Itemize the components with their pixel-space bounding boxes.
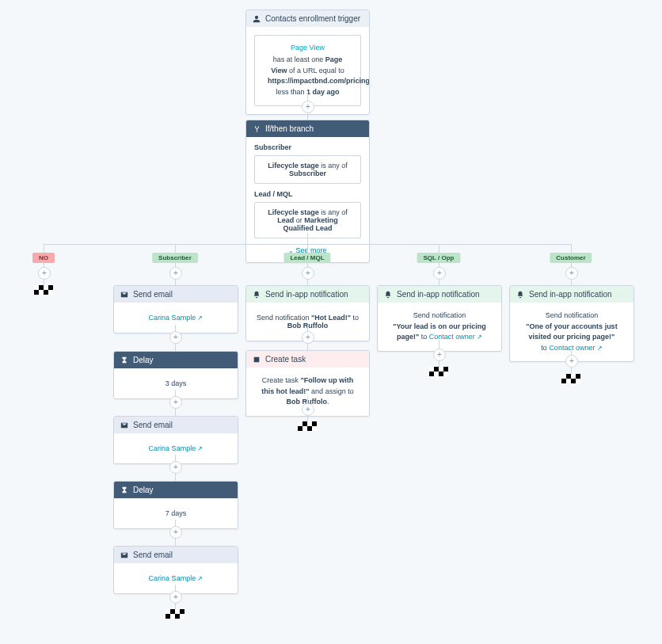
mail-icon: [120, 291, 128, 299]
branch-header: If/then branch: [246, 120, 369, 137]
mail-icon: [120, 551, 128, 559]
end-marker: [34, 285, 53, 295]
delay-header: Delay: [114, 482, 238, 498]
email-body: Carina Sample: [114, 563, 238, 593]
contact-owner-link[interactable]: Contact owner: [429, 333, 482, 341]
delay-body: 7 days: [114, 498, 238, 528]
add-step-button[interactable]: +: [169, 526, 182, 539]
notification-body: Send notification "One of your accounts …: [510, 303, 633, 361]
notification-title: Send in-app notification: [397, 290, 480, 299]
email-title: Send email: [133, 421, 173, 429]
notification-header: Send in-app notification: [510, 286, 633, 303]
delay-title: Delay: [133, 356, 154, 364]
end-marker: [429, 367, 448, 376]
branch-title: If/then branch: [265, 124, 314, 133]
page-view-label: Page View: [268, 44, 348, 51]
mail-icon: [120, 421, 128, 429]
email-link[interactable]: Carina Sample: [149, 574, 204, 582]
connector-line: [439, 244, 439, 253]
task-header: Create task: [246, 351, 369, 368]
trigger-rule-text: has at least one Page View of a URL equa…: [268, 55, 348, 97]
email-title: Send email: [133, 551, 173, 559]
add-step-button[interactable]: +: [565, 355, 578, 368]
email-header: Send email: [114, 417, 238, 433]
notification-card[interactable]: Send in-app notification Send notificati…: [377, 285, 502, 352]
add-step-button[interactable]: +: [169, 396, 182, 409]
end-marker: [298, 421, 317, 431]
notification-header: Send in-app notification: [246, 286, 369, 303]
delay-body: 3 days: [114, 368, 238, 398]
email-link[interactable]: Carina Sample: [149, 314, 204, 322]
email-body: Carina Sample: [114, 303, 238, 333]
notification-header: Send in-app notification: [378, 286, 501, 303]
notification-body: Send notification "Your lead is on our p…: [378, 303, 501, 351]
email-body: Carina Sample: [114, 433, 238, 463]
connector-line: [307, 244, 308, 253]
hourglass-icon: [120, 486, 128, 494]
email-link[interactable]: Carina Sample: [149, 444, 204, 452]
bell-icon: [384, 291, 392, 299]
delay-header: Delay: [114, 352, 238, 368]
task-title: Create task: [265, 355, 306, 364]
delay-card[interactable]: Delay 7 days: [113, 481, 238, 529]
person-icon: [253, 15, 261, 23]
add-step-button[interactable]: +: [302, 267, 314, 280]
connector-line: [571, 244, 572, 253]
add-step-button[interactable]: +: [433, 349, 446, 361]
branch-group-label: Subscriber: [254, 143, 369, 151]
add-step-button[interactable]: +: [38, 267, 51, 280]
send-email-card[interactable]: Send email Carina Sample: [113, 546, 238, 594]
add-step-button[interactable]: +: [169, 267, 182, 280]
send-email-card[interactable]: Send email Carina Sample: [113, 285, 238, 333]
calendar-icon: [253, 356, 261, 364]
trigger-header: Contacts enrollment trigger: [246, 10, 369, 27]
delay-card[interactable]: Delay 3 days: [113, 351, 238, 399]
contact-owner-link[interactable]: Contact owner: [549, 344, 602, 352]
bell-icon: [253, 291, 261, 299]
branch-rule: Lifecycle stage is any of Subscriber: [254, 155, 361, 184]
hourglass-icon: [120, 356, 128, 364]
add-step-button[interactable]: +: [169, 461, 182, 474]
delay-title: Delay: [133, 486, 154, 494]
connector-line: [175, 244, 176, 253]
add-step-button[interactable]: +: [302, 101, 314, 113]
connector-line: [44, 244, 44, 253]
add-step-button[interactable]: +: [433, 267, 446, 280]
branch-icon: [253, 125, 261, 133]
add-step-button[interactable]: +: [302, 331, 314, 344]
add-step-button[interactable]: +: [302, 403, 314, 416]
email-header: Send email: [114, 286, 238, 303]
email-header: Send email: [114, 547, 238, 563]
notification-title: Send in-app notification: [265, 290, 348, 299]
notification-title: Send in-app notification: [529, 290, 612, 299]
add-step-button[interactable]: +: [169, 591, 182, 604]
notification-card[interactable]: Send in-app notification Send notificati…: [509, 285, 634, 362]
add-step-button[interactable]: +: [169, 331, 182, 344]
email-title: Send email: [133, 290, 173, 299]
send-email-card[interactable]: Send email Carina Sample: [113, 416, 238, 464]
bell-icon: [516, 291, 524, 299]
trigger-title: Contacts enrollment trigger: [265, 14, 360, 23]
connector-line: [307, 233, 308, 244]
end-marker: [166, 609, 185, 619]
end-marker: [561, 374, 580, 383]
branch-group-label: Lead / MQL: [254, 190, 369, 198]
add-step-button[interactable]: +: [565, 267, 578, 280]
